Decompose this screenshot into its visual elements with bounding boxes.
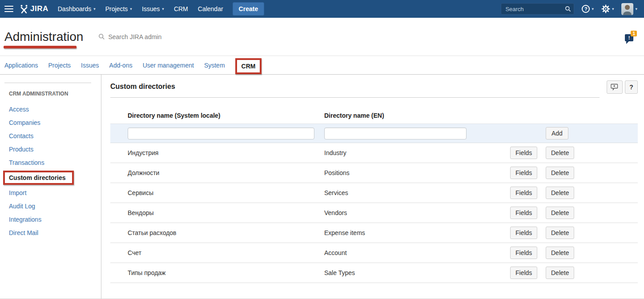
- fields-button[interactable]: Fields: [510, 207, 537, 219]
- header-buttons: ?: [607, 80, 638, 94]
- jira-logo[interactable]: JIRA: [19, 4, 48, 13]
- add-button[interactable]: Add: [546, 127, 568, 140]
- chevron-down-icon: ▾: [612, 7, 614, 11]
- navbar-right: ? ▾ ▾ ▾: [501, 3, 637, 15]
- user-avatar: [621, 3, 633, 15]
- fields-button[interactable]: Fields: [510, 147, 537, 159]
- feedback-button[interactable]: [607, 80, 623, 94]
- directory-name-locale: Типы продаж: [128, 269, 324, 276]
- search-icon[interactable]: [565, 6, 571, 12]
- tab-projects[interactable]: Projects: [48, 62, 71, 69]
- tab-crm[interactable]: CRM: [235, 58, 262, 74]
- column-header-locale: Directory name (System locale): [128, 112, 324, 119]
- directory-name-en: Positions: [324, 169, 510, 176]
- directory-name-locale: Вендоры: [128, 209, 324, 216]
- notifications-icon[interactable]: ! 1: [624, 31, 637, 43]
- tab-system[interactable]: System: [204, 62, 225, 69]
- sidebar-heading: CRM ADMINISTRATION: [9, 91, 101, 97]
- tab-user-management[interactable]: User management: [143, 62, 194, 69]
- create-button[interactable]: Create: [233, 2, 265, 16]
- sidebar-item-direct-mail[interactable]: Direct Mail: [9, 226, 101, 239]
- page-title: Administration: [4, 30, 83, 44]
- notification-count-badge: 1: [631, 31, 637, 36]
- tab-applications[interactable]: Applications: [4, 62, 38, 69]
- sidebar-item-access[interactable]: Access: [9, 103, 101, 116]
- directory-name-en: Industry: [324, 149, 510, 156]
- new-directory-locale-input[interactable]: [128, 128, 314, 140]
- directory-row: Сервисы Services Fields Delete: [110, 183, 638, 203]
- sidebar-item-companies[interactable]: Companies: [9, 116, 101, 129]
- chevron-down-icon: ▾: [162, 7, 164, 11]
- table-body: Индустрия Industry Fields Delete Должнос…: [110, 143, 638, 283]
- tab-add-ons[interactable]: Add-ons: [109, 62, 133, 69]
- delete-button[interactable]: Delete: [546, 187, 574, 199]
- sidebar-item-transactions[interactable]: Transactions: [9, 156, 101, 169]
- admin-search-field[interactable]: Search JIRA admin: [98, 33, 161, 40]
- delete-button[interactable]: Delete: [546, 167, 574, 179]
- top-navbar: JIRA Dashboards ▾ Projects ▾ Issues ▾ CR…: [0, 0, 644, 18]
- directory-row: Типы продаж Sale Types Fields Delete: [110, 263, 638, 283]
- tab-issues[interactable]: Issues: [81, 62, 99, 69]
- sidebar-divider: [4, 83, 91, 83]
- main-navigation: Dashboards ▾ Projects ▾ Issues ▾ CRM ▾ C…: [53, 0, 228, 18]
- gear-icon: [601, 4, 610, 13]
- directory-row: Счет Account Fields Delete: [110, 243, 638, 263]
- directory-row: Должности Positions Fields Delete: [110, 163, 638, 183]
- chevron-down-icon: ▾: [635, 7, 637, 11]
- help-button[interactable]: ?: [625, 80, 638, 94]
- nav-item-calendar[interactable]: Calendar ▾: [193, 0, 228, 18]
- help-icon: ?: [582, 5, 590, 13]
- directory-name-locale: Статьи расходов: [128, 229, 324, 236]
- sidebar-item-integrations[interactable]: Integrations: [9, 213, 101, 226]
- fields-button[interactable]: Fields: [510, 167, 537, 179]
- delete-button[interactable]: Delete: [546, 147, 574, 159]
- navbar-search-input[interactable]: [501, 3, 574, 15]
- chevron-down-icon: ▾: [130, 7, 132, 11]
- main-panel: Custom directories ? Directory name (Sys…: [101, 75, 644, 299]
- directory-name-locale: Счет: [128, 249, 324, 256]
- nav-item-issues[interactable]: Issues ▾: [137, 0, 169, 18]
- custom-directories-table: Directory name (System locale) Directory…: [110, 107, 638, 283]
- sidebar-item-audit-log[interactable]: Audit Log: [9, 199, 101, 213]
- fields-button[interactable]: Fields: [510, 247, 537, 259]
- feedback-bubble-plus-icon: [611, 84, 619, 91]
- help-menu[interactable]: ? ▾: [582, 5, 594, 13]
- directory-name-en: Expense items: [324, 229, 510, 236]
- fields-button[interactable]: Fields: [510, 187, 537, 199]
- sidebar-item-import[interactable]: Import: [9, 186, 101, 199]
- jira-logo-icon: [19, 4, 29, 13]
- directory-row: Вендоры Vendors Fields Delete: [110, 203, 638, 223]
- directory-name-en: Sale Types: [324, 269, 510, 276]
- hamburger-menu-icon[interactable]: [4, 6, 13, 12]
- directory-name-en: Account: [324, 249, 510, 256]
- directory-name-locale: Индустрия: [128, 149, 324, 156]
- fields-button[interactable]: Fields: [510, 227, 537, 239]
- delete-button[interactable]: Delete: [546, 207, 574, 219]
- delete-button[interactable]: Delete: [546, 247, 574, 259]
- chevron-down-icon: ▾: [592, 7, 594, 11]
- nav-item-projects[interactable]: Projects ▾: [101, 0, 137, 18]
- content-header: Custom directories ?: [110, 83, 638, 98]
- section-title: Custom directories: [110, 83, 600, 98]
- directory-name-en: Vendors: [324, 209, 510, 216]
- admin-tab-bar: ApplicationsProjectsIssuesAdd-onsUser ma…: [0, 56, 644, 75]
- annotation-red-underline: [4, 46, 76, 48]
- sidebar-item-products[interactable]: Products: [9, 143, 101, 156]
- add-directory-row: Add: [110, 124, 638, 143]
- fields-button[interactable]: Fields: [510, 267, 537, 279]
- new-directory-en-input[interactable]: [324, 128, 467, 140]
- directory-name-locale: Сервисы: [128, 189, 324, 196]
- search-icon: [98, 33, 105, 40]
- sidebar-item-contacts[interactable]: Contacts: [9, 129, 101, 143]
- delete-button[interactable]: Delete: [546, 227, 574, 239]
- nav-item-dashboards[interactable]: Dashboards ▾: [53, 0, 101, 18]
- user-menu[interactable]: ▾: [621, 3, 637, 15]
- sidebar-item-custom-directories[interactable]: Custom directories: [9, 169, 101, 186]
- content-area: CRM ADMINISTRATION Access Companies Cont…: [0, 75, 644, 299]
- nav-item-crm[interactable]: CRM ▾: [169, 0, 193, 18]
- page-title-wrap: Administration: [4, 30, 83, 44]
- table-header-row: Directory name (System locale) Directory…: [110, 107, 638, 124]
- navbar-search: [501, 3, 574, 15]
- admin-settings-menu[interactable]: ▾: [601, 4, 614, 13]
- delete-button[interactable]: Delete: [546, 267, 574, 279]
